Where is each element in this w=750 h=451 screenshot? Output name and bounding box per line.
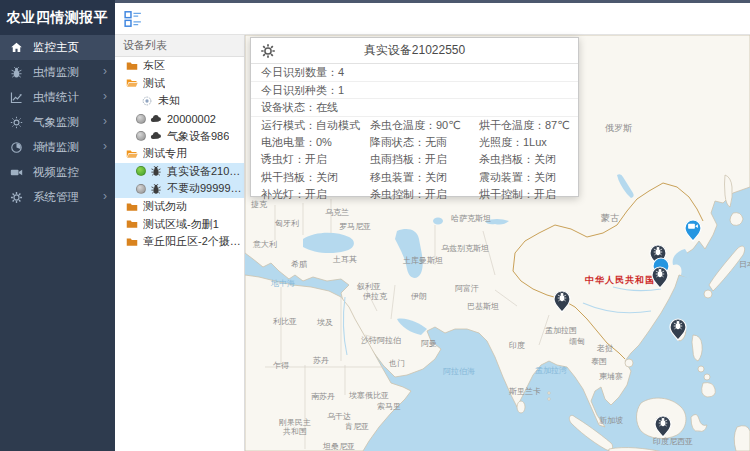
map-label: 埃塞俄比亚 xyxy=(348,391,389,400)
map-label: 地中海 xyxy=(270,279,295,288)
tree-device[interactable]: 气象设备986 xyxy=(115,127,244,145)
popup-status-cell: 烘干控制：开启 xyxy=(469,186,578,203)
popup-status-cell: 烘干仓温度：87℃ xyxy=(469,117,578,134)
map-label: 土库曼斯坦 xyxy=(402,256,443,265)
map-label: 柬埔寨 xyxy=(599,372,623,381)
device-list-header: 设备列表 xyxy=(115,35,244,57)
popup-status-cell: 烘干挡板：关闭 xyxy=(251,169,360,186)
map-label: 肯尼亚 xyxy=(345,422,369,431)
tree-folder[interactable]: 东区 xyxy=(115,57,244,75)
map-label: 利比亚 xyxy=(273,317,297,326)
map-label: 印度 xyxy=(509,341,525,350)
sidebar-item-label: 气象监测 xyxy=(33,115,79,130)
map-label: 蒙古 xyxy=(601,213,619,223)
tree-device[interactable]: 20000002 xyxy=(115,110,244,128)
popup-status-cell: 诱虫灯：开启 xyxy=(251,151,360,168)
map-label: 乌克兰 xyxy=(325,208,349,217)
status-dot xyxy=(136,184,146,194)
sidebar-item[interactable]: 虫情监测 › xyxy=(0,60,115,85)
tree-device-label: 20000002 xyxy=(167,113,216,125)
popup-status-cell: 震动装置：关闭 xyxy=(469,169,578,186)
folder-open-icon xyxy=(126,148,138,160)
device-tree: 东区 测试 未知 20000002 气象设备986 测试专用 真实设备21022… xyxy=(115,57,244,251)
bug-icon xyxy=(150,183,162,195)
popup-header: 真实设备21022550 xyxy=(251,38,578,64)
map-label: 乍得 xyxy=(273,361,289,370)
sidebar: 农业四情测报平台 监控主页 虫情监测 › 虫情统计 › 气象监测 › 墒情监测 … xyxy=(0,0,115,451)
popup-status-cell: 降雨状态：无雨 xyxy=(360,134,469,151)
map-label: 泰国 xyxy=(591,357,607,366)
sidebar-item[interactable]: 墒情监测 › xyxy=(0,135,115,160)
app-title: 农业四情测报平台 xyxy=(0,0,115,35)
map-label: 哈萨克斯坦 xyxy=(451,214,491,223)
sidebar-item[interactable]: 视频监控 xyxy=(0,160,115,185)
chart-icon xyxy=(10,91,23,104)
chevron-right-icon: › xyxy=(103,139,107,153)
map-label: 匈牙利 xyxy=(274,219,299,228)
map-label: 意大利 xyxy=(252,240,277,249)
gear-icon xyxy=(10,191,23,204)
tree-device[interactable]: 真实设备21022550 xyxy=(115,163,244,181)
popup-summary-row: 今日识别种类：1 xyxy=(251,82,578,100)
map-label: 伊拉克 xyxy=(363,292,388,301)
folder-icon xyxy=(126,60,138,72)
sidebar-item-label: 墒情监测 xyxy=(33,140,79,155)
tree-device[interactable]: 未知 xyxy=(115,92,244,110)
map-label: 埃及 xyxy=(316,318,333,327)
tree-folder[interactable]: 章丘阳丘区-2个摄像头 xyxy=(115,233,244,251)
tree-list-icon[interactable] xyxy=(124,10,142,28)
map-label: 孟加拉国 xyxy=(545,326,577,335)
video-icon xyxy=(10,166,23,179)
top-bar xyxy=(115,0,750,35)
bug-icon xyxy=(10,66,23,79)
map-label: 老挝 xyxy=(596,344,613,353)
tree-folder-label: 东区 xyxy=(143,58,165,73)
chevron-right-icon: › xyxy=(103,114,107,128)
folder-icon xyxy=(126,218,138,230)
popup-status-cell: 电池电量：0% xyxy=(251,134,360,151)
tree-folder[interactable]: 测试勿动 xyxy=(115,198,244,216)
map-label: 新加坡 xyxy=(599,416,623,425)
map-label: 坦桑尼亚 xyxy=(322,442,355,451)
status-dot xyxy=(136,114,146,124)
map-label: 南苏丹 xyxy=(311,392,335,401)
sidebar-item[interactable]: 系统管理 › xyxy=(0,185,115,210)
map-label: 巴基斯坦 xyxy=(467,302,499,311)
popup-status-cell: 杀虫控制：开启 xyxy=(360,186,469,203)
sidebar-item[interactable]: 气象监测 › xyxy=(0,110,115,135)
chevron-right-icon: › xyxy=(103,89,107,103)
home-icon xyxy=(10,41,23,54)
map-label: 土耳其 xyxy=(332,255,357,264)
map-label: 印度尼西亚 xyxy=(653,437,693,446)
map-label: 伊朗 xyxy=(411,292,427,301)
sidebar-item[interactable]: 虫情统计 › xyxy=(0,85,115,110)
popup-title: 真实设备21022550 xyxy=(251,38,578,63)
popup-summary-row: 设备状态：在线 xyxy=(251,99,578,117)
tree-folder[interactable]: 测试专用 xyxy=(115,145,244,163)
tree-device-label: 不要动99999999 xyxy=(167,181,244,196)
folder-open-icon xyxy=(126,77,138,89)
app-window: 农业四情测报平台 监控主页 虫情监测 › 虫情统计 › 气象监测 › 墒情监测 … xyxy=(0,0,750,451)
popup-status-cell: 虫雨挡板：开启 xyxy=(360,151,469,168)
map-label: 阿拉伯海 xyxy=(443,367,475,376)
sidebar-item[interactable]: 监控主页 xyxy=(0,35,115,60)
sidebar-item-label: 虫情统计 xyxy=(33,90,79,105)
popup-status-grid: 运行模式：自动模式杀虫仓温度：90℃烘干仓温度：87℃电池电量：0%降雨状态：无… xyxy=(251,117,578,204)
sidebar-item-label: 系统管理 xyxy=(33,190,79,205)
tree-folder-label: 测试勿动 xyxy=(143,199,187,214)
map-label-china: 中华人民共和国 xyxy=(585,275,655,285)
tree-folder-label: 测试专用 xyxy=(143,146,187,161)
tree-folder[interactable]: 测试 xyxy=(115,75,244,93)
map-label: 日本 xyxy=(739,260,750,269)
tree-device-label: 真实设备21022550 xyxy=(167,164,244,179)
chevron-right-icon: › xyxy=(103,189,107,203)
weather-station-icon xyxy=(150,113,162,125)
tree-device[interactable]: 不要动99999999 xyxy=(115,180,244,198)
map-label: 乌兹别克斯坦 xyxy=(441,244,489,253)
map-label: 苏丹 xyxy=(313,356,329,365)
status-dot xyxy=(136,131,146,141)
tree-folder[interactable]: 测试区域-勿删1 xyxy=(115,215,244,233)
map-label: 也门 xyxy=(389,359,405,368)
weather-station-icon xyxy=(150,130,162,142)
popup-status-cell: 杀虫挡板：关闭 xyxy=(469,151,578,168)
